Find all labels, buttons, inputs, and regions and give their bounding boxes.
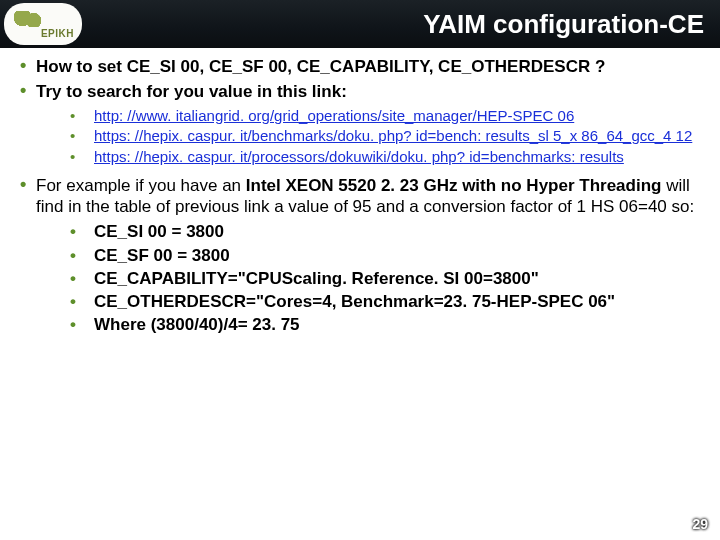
value-ce-capability: CE_CAPABILITY="CPUScaling. Reference. SI…: [70, 268, 706, 289]
slide-body: How to set CE_SI 00, CE_SF 00, CE_CAPABI…: [0, 48, 720, 336]
bullet-try-search: Try to search for you value in this link…: [20, 81, 706, 167]
bullet-list: How to set CE_SI 00, CE_SF 00, CE_CAPABI…: [14, 56, 706, 336]
link-item: http: //www. italiangrid. org/grid_opera…: [70, 107, 706, 126]
value-ce-si00: CE_SI 00 = 3800: [70, 221, 706, 242]
values-list: CE_SI 00 = 3800 CE_SF 00 = 3800 CE_CAPAB…: [36, 221, 706, 335]
value-ce-otherdescr: CE_OTHERDESCR="Cores=4, Benchmark=23. 75…: [70, 291, 706, 312]
links-list: http: //www. italiangrid. org/grid_opera…: [36, 107, 706, 167]
bullet-how-to-set: How to set CE_SI 00, CE_SF 00, CE_CAPABI…: [20, 56, 706, 77]
bullet-try-search-text: Try to search for you value in this link…: [36, 82, 347, 101]
link-item: https: //hepix. caspur. it/processors/do…: [70, 148, 706, 167]
value-ce-sf00: CE_SF 00 = 3800: [70, 245, 706, 266]
logo-text: EPIKH: [41, 28, 74, 39]
example-cpu: Intel XEON 5520 2. 23 GHz with no Hyper …: [246, 176, 662, 195]
slide-title: YAIM configuration-CE: [82, 9, 720, 40]
title-bar: EPIKH YAIM configuration-CE: [0, 0, 720, 48]
link-hepix-processors[interactable]: https: //hepix. caspur. it/processors/do…: [94, 148, 624, 165]
link-item: https: //hepix. caspur. it/benchmarks/do…: [70, 127, 706, 146]
epikh-logo: EPIKH: [4, 3, 82, 45]
value-where-calc: Where (3800/40)/4= 23. 75: [70, 314, 706, 335]
link-hepix-benchmarks[interactable]: https: //hepix. caspur. it/benchmarks/do…: [94, 127, 692, 144]
example-pre: For example if you have an: [36, 176, 246, 195]
bullet-example: For example if you have an Intel XEON 55…: [20, 175, 706, 336]
slide: EPIKH YAIM configuration-CE How to set C…: [0, 0, 720, 540]
page-number: 29: [692, 516, 708, 532]
link-italiangrid[interactable]: http: //www. italiangrid. org/grid_opera…: [94, 107, 574, 124]
